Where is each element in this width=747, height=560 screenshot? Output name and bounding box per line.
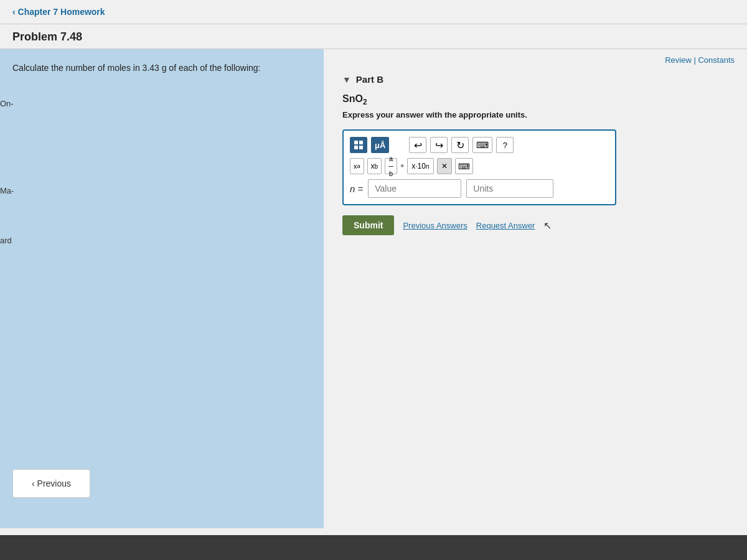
part-label: Part B bbox=[356, 74, 383, 85]
fraction-button[interactable]: a─b bbox=[385, 158, 397, 174]
svg-rect-0 bbox=[354, 141, 358, 144]
units-input[interactable] bbox=[466, 179, 553, 198]
sidebar-label-ma: Ma- bbox=[0, 186, 14, 195]
superscript-button[interactable]: xa bbox=[350, 158, 364, 174]
keyboard-button-bottom[interactable]: ⌨ bbox=[455, 158, 473, 174]
right-panel: Review | Constants ▼ Part B SnO2 Express… bbox=[324, 49, 747, 528]
svg-rect-1 bbox=[359, 141, 363, 144]
sidebar-label-on: On- bbox=[0, 99, 14, 108]
previous-button[interactable]: Previous bbox=[12, 469, 90, 498]
submit-button[interactable]: Submit bbox=[342, 215, 394, 235]
refresh-button[interactable]: ↻ bbox=[451, 137, 469, 153]
left-panel: Calculate the number of moles in 3.43 g … bbox=[0, 49, 324, 528]
n-equals-label: n = bbox=[350, 184, 363, 194]
help-button[interactable]: ? bbox=[496, 137, 514, 153]
request-answer-link[interactable]: Request Answer bbox=[476, 221, 535, 230]
svg-rect-3 bbox=[359, 146, 363, 149]
review-constants-link[interactable]: Review | Constants bbox=[665, 55, 735, 65]
svg-rect-2 bbox=[354, 146, 358, 149]
undo-button[interactable]: ↩ bbox=[409, 137, 426, 153]
previous-answers-link[interactable]: Previous Answers bbox=[403, 221, 467, 230]
answer-box: μÅ ↩ ↪ ↻ ⌨ ? xa xb a─b • x·10n ✕ ⌨ bbox=[342, 129, 616, 205]
clear-button[interactable]: ✕ bbox=[437, 158, 452, 174]
toolbar-row-1: μÅ ↩ ↪ ↻ ⌨ ? bbox=[350, 137, 609, 153]
toolbar-row-2: xa xb a─b • x·10n ✕ ⌨ bbox=[350, 158, 609, 174]
instructions: Express your answer with the appropriate… bbox=[342, 110, 728, 119]
bottom-bar bbox=[0, 535, 747, 560]
problem-description: Calculate the number of moles in 3.43 g … bbox=[12, 62, 311, 75]
action-row: Submit Previous Answers Request Answer ↖ bbox=[342, 215, 728, 235]
value-input[interactable] bbox=[368, 179, 461, 198]
units-button[interactable]: μÅ bbox=[371, 137, 389, 153]
problem-title: Problem 7.48 bbox=[0, 24, 747, 49]
keyboard-button-top[interactable]: ⌨ bbox=[472, 137, 492, 153]
cursor-icon: ↖ bbox=[543, 220, 552, 231]
divider: • bbox=[400, 160, 404, 173]
compound-formula: SnO2 bbox=[342, 93, 728, 106]
part-arrow-icon: ▼ bbox=[342, 75, 351, 85]
matrix-button[interactable] bbox=[350, 137, 367, 153]
sidebar-label-ard: ard bbox=[0, 236, 12, 245]
input-row: n = bbox=[350, 179, 609, 198]
scientific-notation-button[interactable]: x·10n bbox=[407, 158, 433, 174]
subscript-button[interactable]: xb bbox=[367, 158, 382, 174]
redo-button[interactable]: ↪ bbox=[430, 137, 448, 153]
breadcrumb-link[interactable]: Chapter 7 Homework bbox=[12, 7, 105, 17]
